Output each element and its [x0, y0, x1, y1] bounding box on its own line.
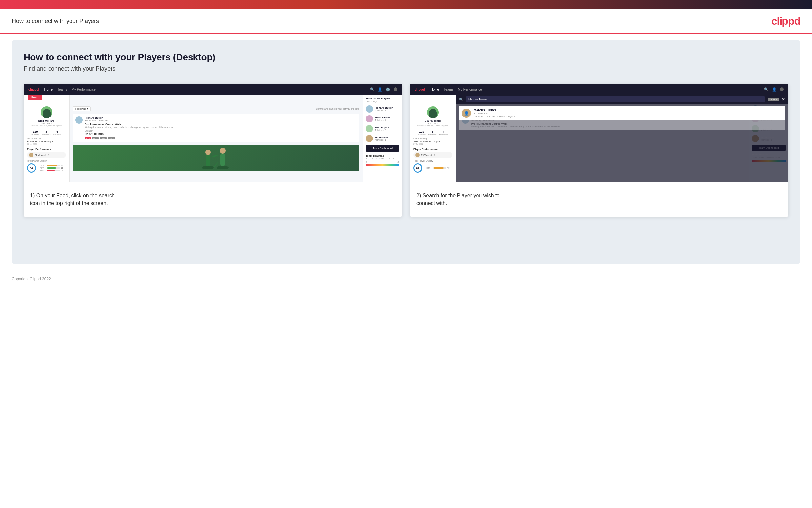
stat-activities-1: 129 Activities	[32, 130, 39, 135]
activity-user-name-1: Richard Butler	[85, 117, 357, 120]
caption-1: 1) On your Feed, click on the searchicon…	[23, 182, 402, 217]
player-row-4: Eli Vincent Activities: 1	[366, 135, 399, 142]
feed-tab-1[interactable]: Feed	[28, 94, 42, 100]
search-icon-2[interactable]: 🔍	[764, 87, 769, 92]
player-select-name-2: Eli Vincent	[421, 154, 432, 156]
svg-rect-3	[212, 154, 218, 158]
app-content-2: Blair McHarg Golf Coach Mill Ride Golf C…	[410, 94, 789, 182]
app-frame-2: clippd Home Teams My Performance 🔍 👤 Fee…	[410, 84, 789, 182]
quality-bars-2: OTT 79	[426, 167, 452, 169]
team-heatmap-label-1: Team Heatmap	[366, 154, 399, 157]
clear-button-2[interactable]: CLEAR	[768, 98, 779, 101]
top-bar	[0, 0, 812, 9]
player-select-name-1: Eli Vincent	[35, 154, 46, 156]
nav-home-2[interactable]: Home	[430, 88, 439, 91]
profile-section-1: Blair McHarg Golf Coach Mill Ride Golf C…	[27, 106, 66, 127]
player-avatar-2	[366, 115, 373, 122]
profile-avatar-1	[41, 106, 52, 118]
latest-activity-text-1: Afternoon round of golf	[27, 140, 66, 143]
following-button-1[interactable]: Following ▾	[73, 106, 91, 111]
quality-section-1: 84 OTT 79 APP	[27, 163, 66, 173]
nav-teams-2[interactable]: Teams	[444, 88, 453, 91]
activity-duration-1: Duration	[85, 130, 357, 132]
player-select-1[interactable]: Eli Vincent ▾	[27, 152, 66, 158]
latest-activity-date-1: 27 Jul 2022	[27, 143, 66, 145]
search-input-2[interactable]: Marcus Turner	[466, 96, 765, 102]
profile-role-1: Golf Coach	[41, 122, 52, 125]
search-result-handicap-2: 1.5 Handicap	[474, 112, 516, 115]
activity-meta-1: Yesterday · The Grove	[85, 120, 357, 122]
avatar-icon-1[interactable]	[393, 87, 397, 91]
nav-teams-1[interactable]: Teams	[57, 88, 67, 91]
player-row-3: Hiral Pujara Activities: 3	[366, 125, 399, 132]
heatmap-bar-1	[366, 164, 399, 166]
dropdown-arrow-2: ▾	[434, 154, 435, 156]
hero-title: How to connect with your Players (Deskto…	[23, 52, 789, 63]
page-title: How to connect with your Players	[12, 18, 99, 25]
close-button-2[interactable]: ✕	[782, 97, 785, 102]
most-active-title-1: Most Active Players	[366, 97, 399, 100]
footer: Copyright Clippd 2022	[0, 270, 812, 288]
profile-section-2: Blair McHarg Golf Coach Mill Ride Golf C…	[413, 106, 452, 127]
nav-performance-2[interactable]: My Performance	[458, 88, 482, 91]
svg-line-7	[214, 163, 218, 167]
caption-text-2: 2) Search for the Player you wish toconn…	[417, 192, 782, 207]
player-row-1: Richard Butler Activities: 7	[366, 105, 399, 113]
nav-performance-1[interactable]: My Performance	[72, 88, 96, 91]
mid-panel-1: Following ▾ Control who can see your act…	[69, 94, 363, 182]
caption-text-1: 1) On your Feed, click on the searchicon…	[30, 192, 395, 207]
control-link-1[interactable]: Control who can see your activity and da…	[316, 108, 360, 110]
nav-home-1[interactable]: Home	[44, 88, 53, 91]
golfer-image-1	[73, 145, 360, 171]
app-nav-1: clippd Home Teams My Performance 🔍 👤 ⚙️	[23, 84, 402, 94]
copyright: Copyright Clippd 2022	[12, 277, 51, 281]
user-icon-1[interactable]: 👤	[378, 87, 382, 92]
settings-icon-1[interactable]: ⚙️	[386, 87, 390, 92]
stats-row-1: 129 Activities 3 Followers 4 Following	[27, 130, 66, 135]
latest-activity-text-2: Afternoon round of golf	[413, 140, 452, 143]
bar-ott-2: OTT 79	[426, 167, 452, 169]
user-icon-2[interactable]: 👤	[772, 87, 776, 92]
nav-actions-1: 🔍 👤 ⚙️	[370, 87, 397, 92]
stats-row-2: 129 Activities 3 Followers 4 Following	[413, 130, 452, 135]
player-performance-label-2: Player Performance	[413, 148, 452, 151]
app-frame-1: clippd Home Teams My Performance 🔍 👤 ⚙️ …	[23, 84, 402, 182]
most-active-subtitle-1: Last 30 days	[366, 101, 399, 103]
search-bar-2: 🔍 Marcus Turner CLEAR ✕	[456, 94, 789, 104]
page-header: How to connect with your Players clippd	[0, 9, 812, 34]
search-icon-overlay: 🔍	[459, 98, 463, 101]
screenshot-1: clippd Home Teams My Performance 🔍 👤 ⚙️ …	[23, 84, 402, 217]
stat-following-1: 4 Following	[53, 130, 61, 135]
team-dashboard-btn-1[interactable]: Team Dashboard	[366, 145, 399, 152]
search-icon-1[interactable]: 🔍	[370, 87, 375, 92]
app-logo-small-2: clippd	[415, 87, 425, 91]
left-panel-2: Blair McHarg Golf Coach Mill Ride Golf C…	[410, 94, 456, 182]
profile-club-1: Mill Ride Golf Club, United Kingdom	[31, 125, 62, 127]
search-result-name-2: Marcus Turner	[474, 108, 516, 112]
bar-ott-1: OTT 79	[40, 165, 66, 167]
player-avatar-3	[366, 125, 373, 132]
tag-app-1: APP	[92, 137, 99, 139]
activity-tags-1: OTT APP ARG PUTT	[85, 137, 357, 139]
avatar-icon-2[interactable]	[780, 87, 784, 91]
search-result-avatar-2: 👤	[462, 109, 471, 118]
following-header-1: Following ▾ Control who can see your act…	[73, 106, 360, 111]
activity-time-1: 02 hr : 00 min	[85, 132, 357, 135]
heatmap-scale-1: -5 +5	[366, 161, 399, 163]
heatmap-subtitle-1: Player Quality · 20 Round Trend	[366, 158, 399, 160]
latest-activity-label-1: Latest Activity	[27, 137, 66, 139]
activity-desc-1: Walking the course with my coach to buil…	[85, 126, 357, 128]
activity-card-1: Richard Butler Yesterday · The Grove Pre…	[73, 114, 360, 142]
dropdown-arrow-1: ▾	[48, 154, 49, 156]
player-avatar-1	[366, 105, 373, 113]
quality-score-2: 84	[413, 163, 422, 173]
player-row-2: Piers Parnell Activities: 4	[366, 115, 399, 122]
profile-name-1: Blair McHarg	[38, 120, 54, 122]
quality-bars-1: OTT 79 APP	[40, 165, 66, 172]
bar-app-1: APP 70	[40, 167, 66, 169]
player-avatar-4	[366, 135, 373, 142]
search-overlay-2: 🔍 Marcus Turner CLEAR ✕ 👤 Marcus Turner	[456, 94, 789, 122]
player-mini-avatar-2	[415, 153, 420, 157]
search-result-card-2[interactable]: 👤 Marcus Turner 1.5 Handicap Cypress Poi…	[459, 106, 785, 120]
player-select-2[interactable]: Eli Vincent ▾	[413, 152, 452, 158]
